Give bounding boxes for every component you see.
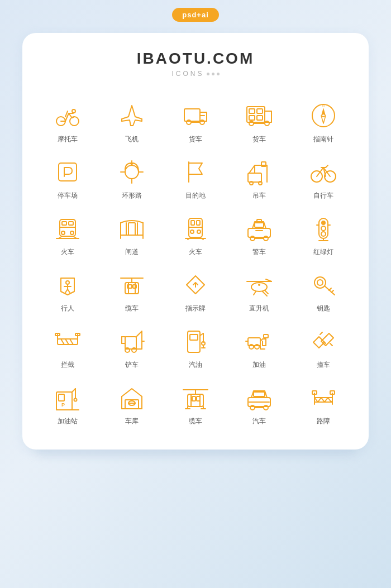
svg-point-37 [70, 231, 74, 235]
svg-point-119 [74, 399, 77, 401]
icons-grid: 摩托车 飞机 货车 货车 N 指南针 停车场 环形路 [36, 93, 355, 432]
icon-item-car: 汽车 [227, 375, 291, 432]
svg-rect-34 [62, 222, 66, 225]
icon-label-key: 钥匙 [317, 304, 330, 313]
icon-item-truck: 货车 [164, 93, 227, 150]
icon-item-compass: N 指南针 [292, 93, 355, 150]
svg-point-52 [197, 230, 201, 233]
svg-point-28 [250, 181, 253, 185]
card-subtitle: ICONS [36, 70, 355, 78]
svg-point-64 [321, 221, 326, 225]
svg-rect-10 [257, 116, 263, 120]
icon-label-barrier: 拦截 [61, 360, 74, 370]
svg-rect-139 [254, 392, 265, 396]
svg-rect-110 [264, 334, 268, 338]
icon-label-roundabout: 环形路 [122, 191, 142, 200]
icon-label-helicopter: 直升机 [249, 304, 269, 313]
icon-label-crane: 吊车 [252, 191, 266, 200]
svg-point-51 [190, 230, 194, 233]
main-card: IBAOTU.COM ICONS 摩托车 飞机 货车 货车 [22, 33, 369, 450]
icon-label-truck: 货车 [189, 135, 202, 144]
svg-line-88 [329, 288, 331, 290]
icon-item-cable-car2: 缆车 [164, 375, 227, 432]
svg-rect-62 [257, 219, 261, 222]
icon-item-gas-station: P 加油站 [36, 375, 99, 432]
svg-point-1 [70, 117, 79, 126]
icon-item-pedestrian: 行人 [36, 262, 99, 319]
svg-rect-24 [248, 173, 261, 182]
icon-item-roadblock: 路障 [292, 375, 355, 432]
svg-rect-8 [257, 109, 263, 113]
icon-item-refuel: 加油 [227, 319, 291, 375]
svg-rect-9 [249, 116, 255, 120]
svg-point-84 [258, 284, 260, 286]
svg-rect-133 [197, 396, 200, 401]
icon-label-truck2: 货车 [252, 135, 266, 144]
svg-rect-132 [192, 396, 196, 401]
icon-label-cable-car: 缆车 [125, 304, 139, 313]
svg-rect-46 [128, 223, 135, 235]
icon-item-police-car: 警车 [227, 206, 291, 262]
format-badge: psd+ai [172, 8, 219, 22]
icon-item-motorcycle: 摩托车 [36, 93, 99, 150]
icon-label-refuel: 加油 [252, 360, 266, 370]
icon-item-crash: 撞车 [292, 319, 355, 375]
svg-rect-3 [184, 109, 200, 121]
svg-point-36 [61, 231, 65, 235]
icon-label-pedestrian: 行人 [61, 304, 74, 313]
icon-item-sign: 指示牌 [164, 262, 227, 319]
icon-item-destination: 目的地 [164, 150, 227, 206]
icon-item-barrier: 拦截 [36, 319, 99, 375]
svg-point-2 [72, 109, 75, 113]
icon-item-garage: 车库 [99, 375, 163, 432]
icon-label-cable-car2: 缆车 [189, 417, 202, 426]
icon-item-roundabout: 环形路 [99, 150, 163, 206]
icon-label-overpass: 闸道 [125, 247, 139, 257]
svg-point-86 [317, 280, 323, 285]
icon-label-parking: 停车场 [58, 191, 78, 200]
icon-label-roadblock: 路障 [317, 417, 330, 426]
svg-marker-16 [321, 116, 326, 123]
svg-rect-7 [249, 109, 255, 113]
icon-label-traffic-light: 红绿灯 [313, 247, 333, 257]
svg-text:P: P [61, 402, 65, 408]
icon-item-overpass: 闸道 [99, 206, 163, 262]
svg-rect-116 [59, 394, 64, 401]
icon-item-truck2: 货车 [227, 93, 291, 150]
icon-label-police-car: 警车 [252, 247, 266, 257]
icon-label-gas-station: 加油站 [58, 417, 78, 426]
icon-label-destination: 目的地 [185, 191, 206, 200]
icon-label-crash: 撞车 [317, 360, 330, 370]
icon-label-train: 火车 [61, 247, 74, 257]
icon-item-airplane: 飞机 [99, 93, 163, 150]
icon-label-car: 汽车 [252, 417, 266, 426]
svg-point-29 [259, 181, 262, 185]
svg-rect-18 [59, 163, 77, 181]
svg-rect-50 [197, 221, 200, 225]
icon-label-forklift: 铲车 [125, 360, 139, 370]
icon-item-parking: 停车场 [36, 150, 99, 206]
icon-item-helicopter: 直升机 [227, 262, 291, 319]
icon-item-bicycle: 自行车 [292, 150, 355, 206]
icon-item-gas: 汽油 [164, 319, 227, 375]
svg-rect-103 [190, 334, 198, 340]
icon-label-compass: 指南针 [313, 135, 333, 144]
icon-item-subway: 火车 [164, 206, 227, 262]
svg-rect-95 [125, 337, 136, 349]
svg-point-65 [321, 226, 326, 231]
svg-rect-49 [191, 221, 194, 225]
svg-marker-15 [321, 108, 326, 116]
icon-item-key: 钥匙 [292, 262, 355, 319]
svg-rect-57 [255, 223, 264, 227]
icon-label-airplane: 飞机 [125, 135, 139, 144]
icon-label-sign: 指示牌 [185, 304, 206, 313]
svg-point-19 [125, 165, 139, 179]
svg-point-85 [314, 277, 326, 288]
svg-text:N: N [322, 104, 325, 107]
icon-item-crane: 吊车 [227, 150, 291, 206]
site-title: IBAOTU.COM [36, 50, 355, 68]
icon-label-garage: 车库 [125, 417, 139, 426]
icon-label-motorcycle: 摩托车 [58, 135, 78, 144]
svg-rect-35 [69, 222, 73, 225]
svg-point-66 [321, 232, 326, 236]
